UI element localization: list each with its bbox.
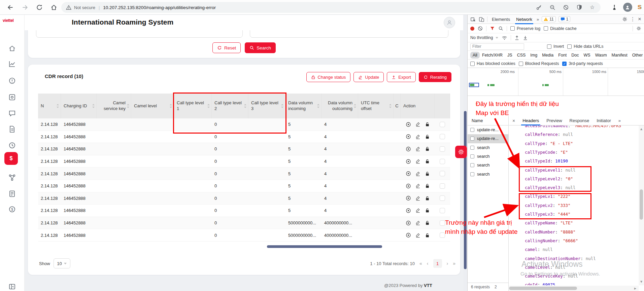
- table-row[interactable]: 2.14.128 146452888 0 5000000000... 40000…: [38, 217, 450, 229]
- row-checkbox[interactable]: [440, 122, 445, 127]
- filter-chip[interactable]: Manifest: [609, 52, 630, 59]
- edit-icon[interactable]: [415, 134, 420, 139]
- filter-chip[interactable]: All: [470, 52, 480, 59]
- edit-icon[interactable]: [415, 171, 420, 176]
- column-header[interactable]: C: [394, 94, 401, 118]
- app-scrollbar-thumb[interactable]: [464, 111, 467, 269]
- view-icon[interactable]: [406, 122, 411, 127]
- filter-chip[interactable]: JS: [505, 52, 515, 59]
- sidebar-chat-icon[interactable]: [8, 109, 16, 117]
- sidebar-alert-icon[interactable]: [8, 77, 16, 85]
- sidebar-chart-icon[interactable]: [8, 60, 16, 68]
- tab-response[interactable]: Response: [570, 118, 589, 123]
- filter-chip[interactable]: Img: [528, 52, 540, 59]
- back-icon[interactable]: [7, 4, 14, 11]
- table-row[interactable]: 2.14.128 146452888 0 5 4: [38, 180, 450, 192]
- network-overview-timeline[interactable]: 500 ms1000 ms1500 ms2000 ms: [468, 68, 644, 96]
- lock-icon[interactable]: [425, 233, 430, 238]
- extension-flask-icon[interactable]: [611, 4, 618, 11]
- sidebar-list-icon[interactable]: [8, 190, 16, 198]
- sort-icon[interactable]: [169, 104, 172, 108]
- filter-chip[interactable]: Media: [540, 52, 556, 59]
- sort-icon[interactable]: [92, 104, 95, 108]
- reset-button[interactable]: Reset: [212, 42, 241, 53]
- sort-icon[interactable]: [127, 104, 130, 108]
- network-search-icon[interactable]: [498, 26, 503, 31]
- preserve-log-checkbox[interactable]: Preserve log: [510, 26, 540, 31]
- sidebar-item-rerating-active[interactable]: $: [4, 152, 18, 165]
- table-horizontal-scrollbar[interactable]: [267, 245, 382, 248]
- sort-icon[interactable]: [317, 104, 320, 108]
- column-header[interactable]: Call type level 3: [248, 94, 285, 118]
- filter-chip[interactable]: WS: [581, 52, 592, 59]
- request-checkbox[interactable]: [470, 128, 474, 132]
- third-party-checkbox[interactable]: ✓ 3rd-party requests: [562, 61, 603, 66]
- last-page-button[interactable]: »: [453, 261, 455, 266]
- tab-elements[interactable]: Elements: [490, 15, 512, 23]
- edit-icon[interactable]: [415, 220, 420, 225]
- view-icon[interactable]: [406, 146, 411, 152]
- lock-icon[interactable]: [425, 159, 430, 164]
- request-checkbox[interactable]: [470, 172, 474, 176]
- devtools-close-icon[interactable]: ×: [638, 16, 641, 23]
- row-checkbox[interactable]: [440, 171, 445, 176]
- current-page-button[interactable]: 1: [433, 259, 442, 268]
- sidebar-document-icon[interactable]: [8, 125, 16, 133]
- scroll-up-icon[interactable]: ▲: [639, 128, 644, 131]
- json-vertical-scrollbar[interactable]: ▲ ▼: [639, 125, 644, 285]
- sort-icon[interactable]: [244, 104, 247, 108]
- filter-chip[interactable]: CSS: [515, 52, 528, 59]
- edit-icon[interactable]: [415, 183, 420, 188]
- reload-icon[interactable]: [36, 4, 43, 11]
- request-row[interactable]: search: [468, 152, 508, 161]
- filter-chip[interactable]: Other: [630, 52, 644, 59]
- not-secure-warning-icon[interactable]: [66, 5, 71, 10]
- settings-fab-button[interactable]: [455, 146, 467, 158]
- more-tabs-icon[interactable]: »: [537, 17, 539, 22]
- request-checkbox[interactable]: [470, 163, 474, 167]
- home-icon[interactable]: [50, 4, 58, 11]
- warnings-badge[interactable]: 11: [542, 16, 555, 22]
- tab-initiator[interactable]: Initiator: [597, 118, 611, 123]
- browser-profile-avatar[interactable]: [623, 3, 632, 12]
- request-row[interactable]: search: [468, 143, 508, 152]
- view-icon[interactable]: [406, 159, 411, 164]
- close-details-icon[interactable]: ×: [512, 118, 515, 123]
- filter-chip[interactable]: Fetch/XHR: [480, 52, 505, 59]
- sort-icon[interactable]: [281, 104, 284, 108]
- lock-icon[interactable]: [425, 208, 430, 213]
- record-icon[interactable]: [470, 27, 474, 31]
- row-checkbox[interactable]: [440, 195, 445, 201]
- column-header[interactable]: UTC time offset: [358, 94, 394, 118]
- sidebar-dollar-icon[interactable]: $: [8, 205, 16, 213]
- request-row[interactable]: update-re...: [468, 125, 508, 134]
- sidebar-network-icon[interactable]: [8, 174, 16, 182]
- filter-funnel-icon[interactable]: [490, 26, 495, 31]
- table-row[interactable]: 2.14.128 146452888 0 5 4: [38, 192, 450, 205]
- view-icon[interactable]: [406, 183, 411, 189]
- edit-icon[interactable]: [415, 159, 420, 164]
- sort-icon[interactable]: [353, 104, 357, 108]
- export-button[interactable]: Export: [387, 72, 416, 82]
- sidebar-clock-icon[interactable]: [8, 141, 16, 149]
- network-settings-icon[interactable]: [636, 26, 641, 31]
- lock-icon[interactable]: [425, 171, 430, 176]
- column-header[interactable]: Data volumn incoming: [285, 94, 321, 118]
- first-page-button[interactable]: «: [419, 261, 422, 266]
- sidebar-home-icon[interactable]: [8, 44, 16, 52]
- view-icon[interactable]: [406, 134, 411, 139]
- column-header[interactable]: [435, 94, 450, 118]
- lock-icon[interactable]: [425, 122, 430, 127]
- view-icon[interactable]: [406, 171, 411, 176]
- zoom-out-icon[interactable]: [549, 4, 555, 10]
- edit-icon[interactable]: [415, 146, 420, 151]
- request-checkbox[interactable]: [470, 154, 474, 158]
- next-page-button[interactable]: ›: [447, 261, 448, 266]
- column-header[interactable]: Camel level: [131, 94, 174, 118]
- bookmark-star-icon[interactable]: ☆: [590, 4, 596, 10]
- scroll-down-icon[interactable]: ▼: [639, 280, 644, 283]
- view-icon[interactable]: [406, 208, 411, 213]
- clear-icon[interactable]: [478, 26, 483, 31]
- export-har-icon[interactable]: [523, 35, 528, 40]
- table-row[interactable]: 2.14.128 146452888 0 5 4: [38, 143, 450, 155]
